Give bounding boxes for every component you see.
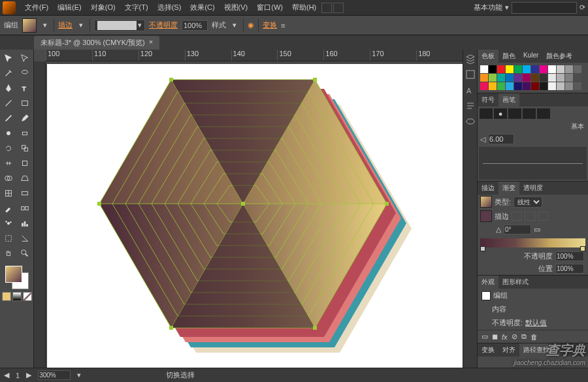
swatch[interactable] [497,74,505,82]
gradient-swatch[interactable] [480,196,492,208]
swatch[interactable] [480,65,488,73]
swatch[interactable] [540,82,547,90]
swatch[interactable] [565,65,573,73]
fill-dropdown-icon[interactable]: ▾ [41,21,50,30]
zoom-dropdown-icon[interactable]: ▾ [77,371,81,379]
swatch[interactable] [557,82,564,90]
swatch[interactable] [523,65,531,73]
recolor-icon[interactable]: ◉ [248,21,254,29]
column-graph-tool[interactable] [17,216,33,231]
menu-help[interactable]: 帮助(H) [288,1,320,14]
type-tool[interactable]: T [17,81,33,95]
swatch[interactable] [497,82,505,90]
tab-kuler[interactable]: Kuler [519,50,542,63]
swatch[interactable] [548,65,556,73]
angle-input[interactable] [504,225,531,234]
fill-stroke-swatch[interactable] [5,266,29,289]
direct-selection-tool[interactable] [17,51,33,65]
layout-icon[interactable] [321,3,332,13]
slice-tool[interactable] [17,231,33,246]
tab-transform[interactable]: 变换 [478,343,498,357]
swatch-grid[interactable] [478,63,588,93]
swatch[interactable] [514,74,522,82]
brush-thumb[interactable]: ● [494,108,507,119]
perspective-grid-tool[interactable] [17,171,33,185]
style-dropdown-icon[interactable]: ▾ [230,21,239,30]
tab-color[interactable]: 颜色 [498,50,519,63]
duplicate-icon[interactable]: ⧉ [521,332,527,341]
artwork[interactable] [93,73,419,360]
swatch[interactable] [514,65,522,73]
close-icon[interactable]: × [149,38,153,48]
swatch[interactable] [489,65,497,73]
add-stroke-icon[interactable]: ▭ [482,332,488,341]
stroke-profile[interactable]: 基本▾ [94,20,145,31]
swatch[interactable] [540,65,547,73]
gradient-type-select[interactable]: 线性 [514,197,542,208]
tab-gradient[interactable]: 渐变 [498,182,519,195]
stroke-apply3-icon[interactable] [538,212,548,221]
swatch[interactable] [557,74,564,82]
tab-brushes[interactable]: 画笔 [498,93,519,106]
document-tab[interactable]: 未标题-3* @ 300% (CMYK/预览) × [34,36,159,50]
blend-tool[interactable] [17,201,33,215]
tab-appearance[interactable]: 外观 [478,276,498,289]
align-icon[interactable]: ≡ [281,22,285,29]
add-fill-icon[interactable]: ◼ [492,332,498,341]
artboards-icon[interactable] [465,69,476,80]
chevron-down-icon[interactable]: ▾ [505,3,509,12]
grad-opacity-input[interactable] [555,251,584,261]
opentype-icon[interactable] [465,116,476,127]
selection-tool[interactable] [1,51,16,65]
width-tool[interactable] [1,156,16,170]
menu-object[interactable]: 对象(O) [87,1,120,14]
menu-view[interactable]: 视图(V) [220,1,252,14]
brush-thumb[interactable] [508,108,521,119]
gradient-stop[interactable] [580,246,585,251]
paragraph-icon[interactable] [465,101,476,111]
none-mode-icon[interactable] [23,292,32,301]
artboard-nav-prev-icon[interactable]: ◀ [4,371,9,379]
swatch[interactable] [540,74,547,82]
tab-stroke[interactable]: 描边 [478,182,498,195]
brush-thumb[interactable] [537,108,550,119]
gradient-stop-swatch[interactable] [480,210,492,222]
swatch[interactable] [557,65,564,73]
opacity-link[interactable]: 不透明度 [149,20,178,30]
canvas[interactable] [46,61,463,368]
swatch[interactable] [480,82,488,90]
grad-position-input[interactable] [555,264,584,274]
tab-transparency[interactable]: 透明度 [519,182,547,195]
brush-thumb[interactable] [480,108,493,119]
menu-type[interactable]: 文字(T) [121,1,152,14]
fill-color[interactable] [5,266,22,283]
symbol-sprayer-tool[interactable] [1,216,16,231]
swatch[interactable] [574,74,581,82]
menu-effect[interactable]: 效果(C) [186,1,218,14]
stroke-apply1-icon[interactable] [512,212,522,221]
gradient-stop[interactable] [480,246,485,251]
clear-icon[interactable]: ⊘ [512,332,517,341]
swatch[interactable] [506,74,514,82]
eyedropper-tool[interactable] [1,201,16,215]
swatch[interactable] [489,74,497,82]
eraser-tool[interactable] [17,126,33,140]
free-transform-tool[interactable] [17,156,33,170]
pen-tool[interactable] [1,81,16,95]
swatch[interactable] [565,82,573,90]
tab-colorguide[interactable]: 颜色参考 [542,50,576,63]
artboard[interactable] [47,64,463,368]
tab-swatches[interactable]: 色板 [478,50,498,63]
transform-link[interactable]: 变换 [263,20,277,30]
workspace-label[interactable]: 基本功能 [474,3,502,12]
swatch[interactable] [531,82,539,90]
gradient-mode-icon[interactable] [12,292,22,301]
swatch[interactable] [489,82,497,90]
scale-tool[interactable] [17,141,33,155]
magic-wand-tool[interactable] [1,66,16,80]
gradient-tool[interactable] [17,186,33,200]
color-mode-icon[interactable] [2,292,11,301]
search-input[interactable] [512,2,577,14]
pencil-tool[interactable] [17,111,33,125]
swatch[interactable] [531,74,539,82]
